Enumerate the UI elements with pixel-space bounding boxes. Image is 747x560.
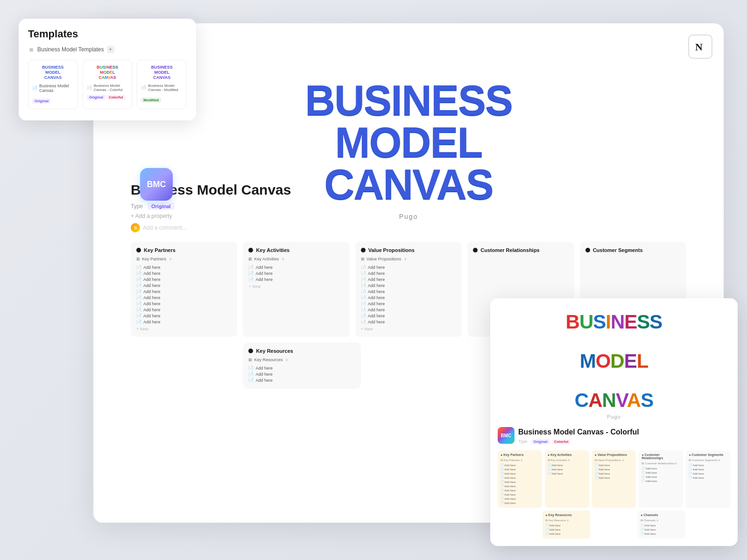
section-key-activities: Key Activities ⊞ Key Activities ∨ 📄Add h… bbox=[243, 242, 349, 337]
list-item[interactable]: 📄 Add here bbox=[641, 479, 680, 483]
list-item[interactable]: 📄 Add here bbox=[689, 467, 727, 471]
doc-icon: 📄 bbox=[136, 308, 141, 312]
list-item[interactable]: 📄 Add here bbox=[500, 471, 539, 476]
list-item[interactable]: 📄 Add here bbox=[641, 475, 680, 479]
list-item[interactable]: 📄 Add here bbox=[689, 463, 727, 467]
breadcrumb-text[interactable]: Business Model Templates bbox=[37, 46, 104, 53]
colorful-card: BUSINESS MODEL CANVAS Pugo BMC Business … bbox=[490, 298, 738, 546]
mini-grid-row2: ● Key Resources ⊞ Key Resource ∨ 📄 Add h… bbox=[498, 511, 730, 539]
list-item[interactable]: 📄Add here bbox=[136, 301, 232, 307]
list-item[interactable]: 📄 Add here bbox=[500, 480, 539, 484]
list-item[interactable]: 📄Add here bbox=[136, 282, 232, 288]
list-item[interactable]: 📄Add here bbox=[248, 371, 355, 377]
list-item[interactable]: 📄 Add here bbox=[545, 523, 587, 527]
list-item[interactable]: 📄Add here bbox=[361, 319, 456, 325]
mini-section-value-propositions: ● Value Propositions ⊞ Value Proposition… bbox=[592, 450, 636, 508]
list-item[interactable]: 📄 Add here bbox=[595, 463, 634, 467]
list-item[interactable]: 📄Add here bbox=[136, 276, 232, 282]
colorful-page-title: Business Model Canvas - Colorful bbox=[518, 428, 639, 436]
list-item[interactable]: 📄Add here bbox=[361, 276, 456, 282]
list-item[interactable]: 📄 Add here bbox=[641, 470, 680, 475]
list-item[interactable]: 📄Add here bbox=[248, 276, 344, 282]
list-item[interactable]: 📄 Add here bbox=[500, 488, 539, 492]
list-item[interactable]: 📄Add here bbox=[136, 307, 232, 313]
card-meta-modified: 📄 Business Model Canvas - Modified bbox=[141, 84, 183, 92]
new-item-button-vp[interactable]: + New bbox=[361, 327, 456, 331]
list-item[interactable]: 📄Add here bbox=[136, 270, 232, 276]
list-item[interactable]: 📄Add here bbox=[361, 301, 456, 307]
db-header-key-partners[interactable]: ⊞ Key Partners ∨ bbox=[136, 257, 232, 261]
doc-icon: 📄 bbox=[361, 271, 366, 276]
notion-icon[interactable]: N bbox=[688, 35, 712, 59]
list-item[interactable]: 📄Add here bbox=[248, 365, 355, 371]
doc-icon: 📄 bbox=[361, 295, 366, 300]
bmc-app-icon: BMC bbox=[140, 168, 173, 201]
template-card-original[interactable]: BUSINESSMODELCANVAS 📄 Business Model Can… bbox=[28, 60, 78, 109]
mini-section-key-activities: ● Key Activities ⊞ Key Activities ∨ 📄 Ad… bbox=[545, 450, 589, 508]
list-item[interactable]: 📄Add here bbox=[361, 264, 456, 270]
doc-icon: 📄 bbox=[248, 378, 254, 383]
list-item[interactable]: 📄 Add here bbox=[500, 484, 539, 488]
list-item[interactable]: 📄Add here bbox=[136, 313, 232, 319]
section-header-customer-segments: Customer Segments bbox=[585, 247, 681, 253]
list-item[interactable]: 📄Add here bbox=[361, 282, 456, 288]
page-properties: Type Original bbox=[131, 203, 686, 210]
list-item[interactable]: 📄 Add here bbox=[500, 501, 539, 505]
new-item-button-kp[interactable]: + New bbox=[136, 327, 232, 331]
list-item[interactable]: 📄Add here bbox=[248, 270, 344, 276]
colorful-title: BUSINESS MODEL CANVAS bbox=[500, 312, 728, 410]
template-card-colorful[interactable]: BUSINESS MODEL CANVAS 📄 Business Model C… bbox=[83, 60, 133, 109]
section-dot bbox=[361, 248, 366, 252]
template-card-modified[interactable]: BUSINESSMODELCANVAS 📄 Business Model Can… bbox=[137, 60, 187, 109]
add-template-button[interactable]: + bbox=[107, 46, 114, 53]
list-item[interactable]: 📄 Add here bbox=[500, 497, 539, 501]
list-item[interactable]: 📄 Add here bbox=[548, 471, 586, 476]
list-item[interactable]: 📄Add here bbox=[361, 294, 456, 301]
card-meta-original: 📄 Business Model Canvas bbox=[32, 84, 74, 93]
list-item[interactable]: 📄 Add here bbox=[595, 476, 634, 480]
list-item[interactable]: 📄Add here bbox=[361, 288, 456, 294]
list-item[interactable]: 📄Add here bbox=[136, 264, 232, 270]
list-item[interactable]: 📄 Add here bbox=[641, 523, 683, 527]
list-item[interactable]: 📄 Add here bbox=[545, 527, 587, 532]
list-item[interactable]: 📄Add here bbox=[248, 264, 344, 270]
mini-section-key-partners: ● Key Partners ⊞ Key Partners ∨ 📄 Add he… bbox=[498, 450, 542, 508]
list-item[interactable]: 📄 Add here bbox=[500, 467, 539, 471]
list-item[interactable]: 📄Add here bbox=[361, 270, 456, 276]
list-item[interactable]: 📄Add here bbox=[361, 307, 456, 313]
list-item[interactable]: 📄Add here bbox=[361, 313, 456, 319]
mini-section-customer-segments: ● Customer Segments ⊞ Customer Segments … bbox=[686, 450, 730, 508]
template-cards: BUSINESSMODELCANVAS 📄 Business Model Can… bbox=[28, 60, 187, 109]
section-header-value-propositions: Value Propositions bbox=[361, 247, 456, 253]
db-header-key-activities[interactable]: ⊞ Key Activities ∨ bbox=[248, 257, 344, 261]
badge-colorful-2: Colorful bbox=[552, 439, 571, 444]
list-item[interactable]: 📄Add here bbox=[248, 377, 355, 383]
list-item[interactable]: 📄 Add here bbox=[500, 492, 539, 497]
list-item[interactable]: 📄 Add here bbox=[595, 471, 634, 476]
list-item[interactable]: 📄 Add here bbox=[641, 527, 683, 532]
doc-icon: 📄 bbox=[361, 308, 366, 312]
db-header-key-resources[interactable]: ⊞ Key Resources ∨ bbox=[248, 357, 355, 362]
list-item[interactable]: 📄 Add here bbox=[500, 463, 539, 467]
list-item[interactable]: 📄 Add here bbox=[545, 532, 587, 536]
list-item[interactable]: 📄 Add here bbox=[595, 467, 634, 471]
colorful-author: Pugo bbox=[500, 414, 728, 420]
list-item[interactable]: 📄 Add here bbox=[500, 476, 539, 480]
section-title-customer-relationships: Customer Relationships bbox=[480, 247, 540, 253]
list-item[interactable]: 📄Add here bbox=[136, 288, 232, 294]
list-item[interactable]: 📄 Add here bbox=[689, 476, 727, 480]
list-item[interactable]: 📄 Add here bbox=[689, 471, 727, 476]
list-item[interactable]: 📄 Add here bbox=[641, 466, 680, 470]
list-item[interactable]: 📄Add here bbox=[136, 294, 232, 301]
db-header-value-propositions[interactable]: ⊞ Value Propositions ∨ bbox=[361, 257, 456, 261]
card-name-colorful: Business Model Canvas - Colorful bbox=[94, 84, 128, 92]
list-item[interactable]: 📄 Add here bbox=[548, 467, 586, 471]
prop-type-value[interactable]: Original bbox=[148, 203, 175, 210]
list-item[interactable]: 📄 Add here bbox=[548, 463, 586, 467]
add-comment-area[interactable]: S Add a comment... bbox=[131, 223, 686, 232]
user-avatar: S bbox=[131, 223, 140, 232]
new-item-button-ka[interactable]: + New bbox=[248, 284, 344, 289]
list-item[interactable]: 📄Add here bbox=[136, 319, 232, 325]
list-item[interactable]: 📄 Add here bbox=[641, 532, 683, 536]
add-property-button[interactable]: + Add a property bbox=[131, 213, 686, 219]
